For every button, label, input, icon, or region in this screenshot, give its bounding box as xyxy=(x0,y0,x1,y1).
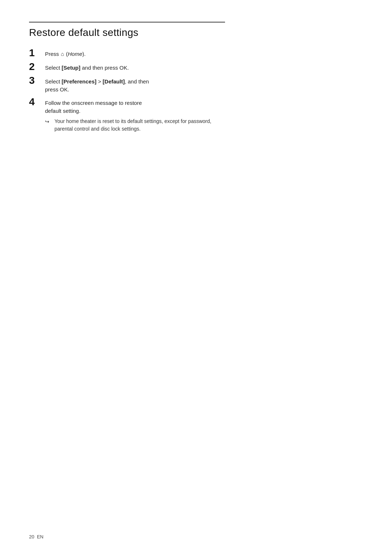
step-item-4: 4 Follow the onscreen message to restore… xyxy=(29,98,225,133)
step-item-2: 2 Select [Setup] and then press OK. xyxy=(29,62,225,73)
step-number-1: 1 xyxy=(29,48,45,59)
page-title: Restore default settings xyxy=(29,27,225,38)
note-arrow-icon: ↪ xyxy=(45,118,52,126)
language-label: EN xyxy=(37,534,44,539)
step-2-setup: [Setup] xyxy=(62,65,81,71)
note-block: ↪ Your home theater is reset to its defa… xyxy=(45,118,225,133)
step-3-preferences: [Preferences] xyxy=(62,78,97,85)
step-content-2: Select [Setup] and then press OK. xyxy=(45,62,129,72)
step-number-2: 2 xyxy=(29,61,45,73)
steps-list: 1 Press ⌂ (Home). 2 Select [Setup] and t… xyxy=(29,49,225,133)
home-icon: ⌂ xyxy=(61,50,64,58)
step-content-3: Select [Preferences] > [Default], and th… xyxy=(45,76,149,94)
step-content-4: Follow the onscreen message to restorede… xyxy=(45,98,225,133)
step-3-default: [Default] xyxy=(103,78,125,85)
title-section: Restore default settings xyxy=(29,22,225,38)
footer: 20 EN xyxy=(29,534,44,539)
step-number-3: 3 xyxy=(29,75,45,86)
note-text: Your home theater is reset to its defaul… xyxy=(54,118,225,133)
page-container: Restore default settings 1 Press ⌂ (Home… xyxy=(0,0,254,165)
step-1-press: Press xyxy=(45,51,61,57)
note-item: ↪ Your home theater is reset to its defa… xyxy=(45,118,225,133)
page-number: 20 xyxy=(29,534,34,539)
step-content-1: Press ⌂ (Home). xyxy=(45,49,86,58)
step-number-4: 4 xyxy=(29,97,45,108)
step-1-home: (Home). xyxy=(65,51,86,57)
step-item-3: 3 Select [Preferences] > [Default], and … xyxy=(29,76,225,94)
step-item-1: 1 Press ⌂ (Home). xyxy=(29,49,225,59)
